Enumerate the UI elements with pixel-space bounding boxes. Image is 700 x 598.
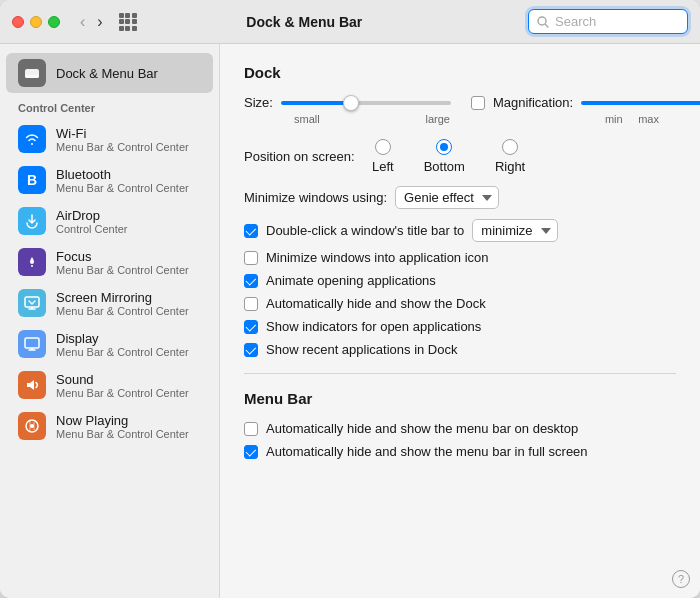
sidebar-item-now-playing[interactable]: Now Playing Menu Bar & Control Center: [6, 406, 213, 446]
window-title: Dock & Menu Bar: [89, 14, 520, 30]
search-box[interactable]: [528, 9, 688, 34]
checkboxes-container: Minimize windows into application iconAn…: [244, 250, 676, 357]
sidebar-display-text: Display Menu Bar & Control Center: [56, 331, 189, 358]
svg-rect-3: [25, 75, 39, 78]
sidebar: Dock & Menu Bar Control Center Wi-Fi Men…: [0, 44, 220, 598]
sound-icon: [18, 371, 46, 399]
sidebar-bluetooth-label: Bluetooth: [56, 167, 189, 182]
sidebar-focus-text: Focus Menu Bar & Control Center: [56, 249, 189, 276]
double-click-row: Double-click a window's title bar to min…: [244, 219, 676, 242]
position-right-radio[interactable]: [502, 139, 518, 155]
position-left-radio[interactable]: [375, 139, 391, 155]
menu-checkbox-autohide-fullscreen[interactable]: [244, 445, 258, 459]
sidebar-item-wifi[interactable]: Wi-Fi Menu Bar & Control Center: [6, 119, 213, 159]
checkbox-autohide[interactable]: [244, 297, 258, 311]
menu-checkbox-label-autohide-fullscreen: Automatically hide and show the menu bar…: [266, 444, 588, 459]
size-slider[interactable]: [281, 101, 451, 105]
sidebar-item-focus[interactable]: Focus Menu Bar & Control Center: [6, 242, 213, 282]
magnification-slider[interactable]: [581, 101, 700, 105]
checkbox-indicators[interactable]: [244, 320, 258, 334]
mag-max-label: max: [638, 113, 659, 125]
search-input[interactable]: [555, 14, 679, 29]
double-click-dropdown[interactable]: minimize zoom: [472, 219, 558, 242]
checkbox-label-animate: Animate opening applications: [266, 273, 436, 288]
wifi-icon: [18, 125, 46, 153]
size-large-label: large: [426, 113, 450, 125]
menu-checkbox-autohide-desktop[interactable]: [244, 422, 258, 436]
sidebar-item-bluetooth[interactable]: B Bluetooth Menu Bar & Control Center: [6, 160, 213, 200]
minimize-label: Minimize windows using:: [244, 190, 387, 205]
radio-inner-bottom: [440, 143, 448, 151]
back-button[interactable]: ‹: [76, 11, 89, 33]
sidebar-screen-sub: Menu Bar & Control Center: [56, 305, 189, 317]
sidebar-nowplaying-label: Now Playing: [56, 413, 189, 428]
checkbox-recent-apps[interactable]: [244, 343, 258, 357]
magnification-checkbox[interactable]: [471, 96, 485, 110]
sidebar-wifi-sub: Menu Bar & Control Center: [56, 141, 189, 153]
menu-checkbox-row-autohide-fullscreen: Automatically hide and show the menu bar…: [244, 444, 676, 459]
screen-mirroring-icon: [18, 289, 46, 317]
svg-rect-5: [25, 297, 39, 307]
sidebar-item-display[interactable]: Display Menu Bar & Control Center: [6, 324, 213, 364]
sidebar-sound-label: Sound: [56, 372, 189, 387]
mag-min-label: min: [605, 113, 623, 125]
checkbox-label-autohide: Automatically hide and show the Dock: [266, 296, 486, 311]
sidebar-screen-text: Screen Mirroring Menu Bar & Control Cent…: [56, 290, 189, 317]
sidebar-sound-text: Sound Menu Bar & Control Center: [56, 372, 189, 399]
svg-point-8: [30, 424, 34, 428]
sidebar-wifi-label: Wi-Fi: [56, 126, 189, 141]
search-icon: [537, 16, 549, 28]
sidebar-sound-sub: Menu Bar & Control Center: [56, 387, 189, 399]
checkbox-row-minimize-icon: Minimize windows into application icon: [244, 250, 676, 265]
position-bottom-label: Bottom: [424, 159, 465, 174]
divider: [244, 373, 676, 374]
titlebar: ‹ › Dock & Menu Bar: [0, 0, 700, 44]
dock-section-title: Dock: [244, 64, 676, 81]
double-click-checkbox[interactable]: [244, 224, 258, 238]
size-small-label: small: [294, 113, 320, 125]
checkbox-minimize-icon[interactable]: [244, 251, 258, 265]
control-center-section-label: Control Center: [0, 94, 219, 118]
menu-checkbox-row-autohide-desktop: Automatically hide and show the menu bar…: [244, 421, 676, 436]
traffic-lights: [12, 16, 60, 28]
sidebar-focus-sub: Menu Bar & Control Center: [56, 264, 189, 276]
menu-checkbox-label-autohide-desktop: Automatically hide and show the menu bar…: [266, 421, 578, 436]
checkbox-row-recent-apps: Show recent applications in Dock: [244, 342, 676, 357]
main-panel: Dock Size: small large: [220, 44, 700, 598]
checkbox-row-animate: Animate opening applications: [244, 273, 676, 288]
sidebar-airdrop-text: AirDrop Control Center: [56, 208, 128, 235]
double-click-label: Double-click a window's title bar to: [266, 223, 464, 238]
position-row: Position on screen: Left Bottom R: [244, 139, 676, 174]
sidebar-airdrop-label: AirDrop: [56, 208, 128, 223]
position-bottom-radio[interactable]: [436, 139, 452, 155]
maximize-button[interactable]: [48, 16, 60, 28]
sidebar-display-label: Display: [56, 331, 189, 346]
help-button[interactable]: ?: [672, 570, 690, 588]
close-button[interactable]: [12, 16, 24, 28]
display-icon: [18, 330, 46, 358]
checkbox-animate[interactable]: [244, 274, 258, 288]
menu-bar-section-title: Menu Bar: [244, 390, 676, 407]
dock-icon: [18, 59, 46, 87]
bluetooth-icon: B: [18, 166, 46, 194]
sidebar-item-dock-menu-bar[interactable]: Dock & Menu Bar: [6, 53, 213, 93]
checkbox-label-minimize-icon: Minimize windows into application icon: [266, 250, 489, 265]
position-right-option[interactable]: Right: [495, 139, 525, 174]
minimize-button[interactable]: [30, 16, 42, 28]
checkbox-label-indicators: Show indicators for open applications: [266, 319, 481, 334]
sidebar-nowplaying-text: Now Playing Menu Bar & Control Center: [56, 413, 189, 440]
position-right-label: Right: [495, 159, 525, 174]
position-bottom-option[interactable]: Bottom: [424, 139, 465, 174]
window: ‹ › Dock & Menu Bar: [0, 0, 700, 598]
sidebar-item-sound[interactable]: Sound Menu Bar & Control Center: [6, 365, 213, 405]
minimize-dropdown[interactable]: Genie effect Scale effect: [395, 186, 499, 209]
sidebar-display-sub: Menu Bar & Control Center: [56, 346, 189, 358]
svg-rect-6: [25, 338, 39, 348]
sidebar-bluetooth-text: Bluetooth Menu Bar & Control Center: [56, 167, 189, 194]
svg-point-0: [538, 17, 546, 25]
radio-group-position: Left Bottom Right: [372, 139, 525, 174]
sidebar-item-screen-mirroring[interactable]: Screen Mirroring Menu Bar & Control Cent…: [6, 283, 213, 323]
sidebar-nowplaying-sub: Menu Bar & Control Center: [56, 428, 189, 440]
sidebar-item-airdrop[interactable]: AirDrop Control Center: [6, 201, 213, 241]
position-left-option[interactable]: Left: [372, 139, 394, 174]
